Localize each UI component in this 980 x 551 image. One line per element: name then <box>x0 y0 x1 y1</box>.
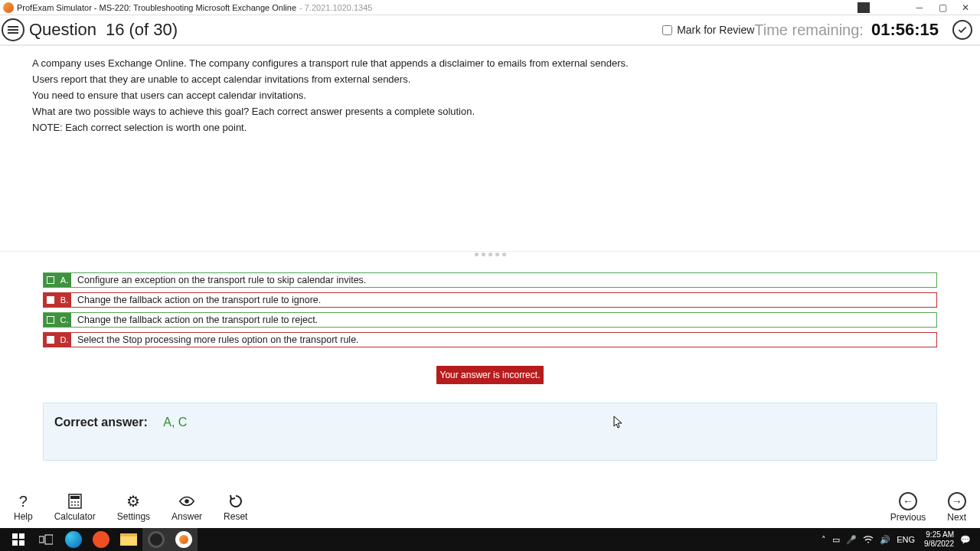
option-c-text: Change the fallback action on the transp… <box>71 313 936 327</box>
question-line: You need to ensure that users can accept… <box>32 89 948 103</box>
svg-point-5 <box>71 504 73 506</box>
option-c-letter: C. <box>57 313 71 327</box>
feedback-message: Your answer is incorrect. <box>436 366 544 384</box>
taskbar-explorer[interactable] <box>115 528 142 551</box>
tray-date: 9/8/2022 <box>924 540 954 549</box>
answer-options: A. Configure an exception on the transpo… <box>0 257 980 384</box>
question-header: Question 16 (of 30) Mark for Review Time… <box>0 15 980 46</box>
reset-label: Reset <box>224 511 247 522</box>
tray-mic-icon[interactable]: 🎤 <box>846 535 857 545</box>
svg-point-6 <box>74 504 76 506</box>
tray-language[interactable]: ENG <box>897 535 915 544</box>
answer-label: Answer <box>172 511 202 522</box>
option-b-letter: B. <box>57 293 71 307</box>
calculator-icon <box>67 493 83 510</box>
svg-rect-13 <box>39 536 44 543</box>
tray-volume-icon[interactable]: 🔊 <box>880 535 890 545</box>
mark-for-review[interactable]: Mark for Review <box>662 24 754 36</box>
calculator-label: Calculator <box>54 511 96 522</box>
correct-answer-label: Correct answer: <box>54 416 148 429</box>
calculator-button[interactable]: Calculator <box>54 493 96 522</box>
question-line: What are two possible ways to achieve th… <box>32 105 948 119</box>
question-total: (of 30) <box>129 20 178 40</box>
tray-wifi-icon[interactable] <box>863 535 874 544</box>
time-remaining-label: Time remaining: <box>754 21 864 39</box>
question-line: A company uses Exchange Online. The comp… <box>32 57 948 70</box>
finish-exam-button[interactable] <box>952 20 972 40</box>
correct-answer-panel: Correct answer: A, C <box>43 403 937 461</box>
question-line: Users report that they are unable to acc… <box>32 73 948 86</box>
system-tray: ˄ ▭ 🎤 🔊 ENG 9:25 AM 9/8/2022 💬 <box>822 530 975 549</box>
taskbar-obs[interactable] <box>142 528 170 551</box>
checkmark-icon <box>957 24 968 35</box>
svg-point-2 <box>71 501 73 503</box>
option-d-letter: D. <box>57 333 71 347</box>
option-a[interactable]: A. Configure an exception on the transpo… <box>43 272 937 288</box>
pane-divider[interactable] <box>0 251 980 257</box>
previous-label: Previous <box>890 512 926 523</box>
svg-rect-1 <box>70 496 80 499</box>
tray-notifications-icon[interactable]: 💬 <box>960 535 971 545</box>
reset-icon <box>227 493 244 510</box>
question-list-button[interactable] <box>2 18 24 41</box>
notification-icon[interactable] <box>858 2 870 13</box>
option-a-checkbox[interactable] <box>47 276 54 284</box>
tray-chevron-icon[interactable]: ˄ <box>822 535 826 545</box>
tray-time: 9:25 AM <box>926 530 954 540</box>
taskbar-edge[interactable] <box>60 528 87 551</box>
question-number: 16 <box>106 20 124 40</box>
start-button[interactable] <box>5 528 32 551</box>
option-c[interactable]: C. Change the fallback action on the tra… <box>43 312 937 328</box>
option-b-checkbox[interactable] <box>47 296 54 304</box>
question-label: Question <box>29 20 96 40</box>
next-label: Next <box>947 512 966 523</box>
svg-rect-10 <box>19 533 24 539</box>
option-c-checkbox[interactable] <box>47 316 54 324</box>
arrow-left-icon: ← <box>899 492 917 510</box>
app-version: - 7.2021.1020.1345 <box>299 3 372 12</box>
svg-rect-14 <box>45 535 53 544</box>
svg-point-7 <box>77 504 79 506</box>
previous-button[interactable]: ← Previous <box>890 492 926 523</box>
settings-button[interactable]: ⚙ Settings <box>117 493 150 522</box>
option-d-checkbox[interactable] <box>47 336 54 344</box>
answer-button[interactable]: Answer <box>172 493 202 522</box>
option-b-text: Change the fallback action on the transp… <box>71 293 936 307</box>
svg-point-4 <box>77 501 79 503</box>
task-view-button[interactable] <box>32 528 60 551</box>
windows-taskbar: ˄ ▭ 🎤 🔊 ENG 9:25 AM 9/8/2022 💬 <box>0 528 980 551</box>
mark-for-review-checkbox[interactable] <box>662 25 672 35</box>
option-d[interactable]: D. Select the Stop processing more rules… <box>43 332 937 347</box>
taskbar-profexam[interactable] <box>170 528 198 551</box>
svg-rect-9 <box>12 533 18 539</box>
tray-battery-icon[interactable]: ▭ <box>832 535 840 545</box>
tray-clock[interactable]: 9:25 AM 9/8/2022 <box>924 530 954 549</box>
gear-icon: ⚙ <box>125 493 142 510</box>
close-button[interactable]: ✕ <box>954 0 977 15</box>
mark-for-review-label: Mark for Review <box>677 24 754 36</box>
app-logo-icon <box>3 2 14 13</box>
svg-point-8 <box>185 499 189 504</box>
maximize-button[interactable]: ▢ <box>931 0 954 15</box>
taskbar-brave[interactable] <box>87 528 115 551</box>
svg-rect-12 <box>19 540 24 546</box>
help-button[interactable]: ? Help <box>14 493 33 522</box>
settings-label: Settings <box>117 511 150 522</box>
option-d-text: Select the Stop processing more rules op… <box>71 333 936 347</box>
question-text: A company uses Exchange Online. The comp… <box>0 46 980 135</box>
help-label: Help <box>14 511 33 522</box>
window-titlebar: ProfExam Simulator - MS-220: Troubleshoo… <box>0 0 980 15</box>
correct-answer-value: A, C <box>163 416 187 429</box>
option-a-text: Configure an exception on the transport … <box>71 273 936 287</box>
minimize-button[interactable]: ─ <box>908 0 931 15</box>
option-b[interactable]: B. Change the fallback action on the tra… <box>43 292 937 308</box>
svg-rect-11 <box>12 540 18 546</box>
next-button[interactable]: → Next <box>947 492 966 523</box>
time-remaining-value: 01:56:15 <box>871 20 939 40</box>
bottom-toolbar: ? Help Calculator ⚙ Settings Answer Rese… <box>0 487 980 528</box>
svg-point-3 <box>74 501 76 503</box>
question-line: NOTE: Each correct selection is worth on… <box>32 121 948 135</box>
reset-button[interactable]: Reset <box>224 493 247 522</box>
option-a-letter: A. <box>57 273 71 287</box>
app-title: ProfExam Simulator - MS-220: Troubleshoo… <box>17 3 296 12</box>
